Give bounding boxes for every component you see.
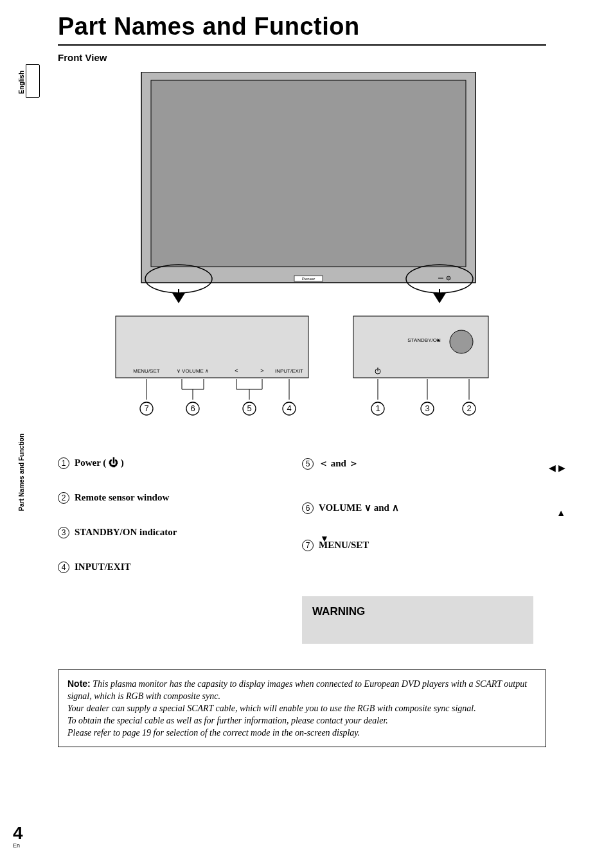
item-label: MENU/SET	[319, 540, 533, 551]
svg-marker-7	[172, 293, 185, 303]
svg-rect-1	[151, 80, 466, 267]
svg-text:7: 7	[144, 403, 148, 413]
svg-text:1: 1	[375, 403, 380, 413]
svg-text:<: <	[235, 368, 238, 374]
item-label: INPUT/EXIT	[75, 562, 289, 572]
item-2: 2 Remote sensor window	[58, 492, 289, 504]
item-label: STANDBY/ON indicator	[75, 527, 289, 538]
page-number-value: 4	[13, 824, 23, 842]
warning-heading: WARNING	[312, 605, 523, 618]
front-view-diagram: Pioneer MENU/SET ∨ VOLUME ∧ < > INPUT/EX…	[64, 72, 540, 432]
brand-label: Pioneer	[302, 277, 315, 281]
tab-section: Part Names and Function	[18, 434, 25, 511]
item-4: 4 INPUT/EXIT	[58, 562, 289, 573]
svg-marker-9	[433, 293, 446, 303]
page-title: Part Names and Function	[58, 13, 546, 40]
item-label: Power ( ⏻ )	[75, 457, 289, 468]
note-line-4: Please refer to page 19 for selection of…	[67, 728, 360, 738]
main-content: Part Names and Function Front View Pione…	[58, 13, 546, 747]
svg-text:4: 4	[287, 403, 291, 413]
subheading: Front View	[58, 52, 546, 63]
panel-standby: STANDBY/ON	[407, 337, 441, 343]
circled-number: 3	[58, 527, 69, 538]
item-label: ＜ and ＞	[319, 457, 533, 470]
panel-input-exit: INPUT/EXIT	[275, 368, 303, 374]
svg-text:>: >	[260, 368, 263, 374]
circled-number: 2	[58, 492, 69, 504]
up-arrow-icon: ▲	[556, 508, 565, 518]
circled-number: 4	[58, 562, 69, 573]
svg-text:6: 6	[190, 403, 195, 413]
left-right-icon: ◀ ▶	[549, 463, 565, 473]
svg-point-3	[447, 276, 450, 280]
note-line-2: Your dealer can supply a special SCART c…	[67, 704, 476, 713]
svg-point-27	[437, 339, 439, 341]
item-7: 7 MENU/SET	[302, 540, 533, 551]
circled-number: 5	[302, 458, 314, 470]
side-tabs: English Part Names and Function	[13, 0, 39, 642]
item-label: Remote sensor window	[75, 492, 289, 503]
item-6: 6 VOLUME ∨ and ∧	[302, 502, 533, 514]
item-label: VOLUME ∨ and ∧	[319, 502, 533, 513]
title-rule	[58, 44, 546, 46]
svg-text:5: 5	[247, 403, 251, 413]
note-line-3: To obtain the special cable as well as f…	[67, 716, 388, 725]
warning-box: WARNING	[302, 596, 533, 644]
circled-number: 1	[58, 457, 69, 469]
page-number: 4 En	[13, 824, 23, 849]
tab-box-english	[26, 64, 40, 98]
left-column: 1 Power ( ⏻ ) 2 Remote sensor window 3 S…	[58, 457, 302, 644]
note-line-1: This plasma monitor has the capasity to …	[67, 679, 527, 701]
right-column: 5 ＜ and ＞ 6 VOLUME ∨ and ∧ 7 MENU/SET ◀ …	[302, 457, 546, 644]
note-box: Note: This plasma monitor has the capasi…	[58, 669, 546, 747]
svg-text:2: 2	[466, 403, 471, 413]
down-arrow-icon: ▼	[320, 533, 329, 544]
page-lang-code: En	[13, 842, 23, 849]
note-label: Note:	[67, 678, 91, 689]
item-3: 3 STANDBY/ON indicator	[58, 527, 289, 538]
svg-point-28	[450, 330, 473, 353]
panel-menu-set: MENU/SET	[133, 368, 159, 374]
svg-text:3: 3	[425, 403, 429, 413]
circled-number: 7	[302, 540, 314, 551]
item-5: 5 ＜ and ＞	[302, 457, 533, 470]
item-1: 1 Power ( ⏻ )	[58, 457, 289, 469]
tab-english: English	[18, 71, 25, 94]
item-columns: 1 Power ( ⏻ ) 2 Remote sensor window 3 S…	[58, 457, 546, 644]
circled-number: 6	[302, 502, 314, 514]
panel-volume: ∨ VOLUME ∧	[177, 368, 209, 374]
